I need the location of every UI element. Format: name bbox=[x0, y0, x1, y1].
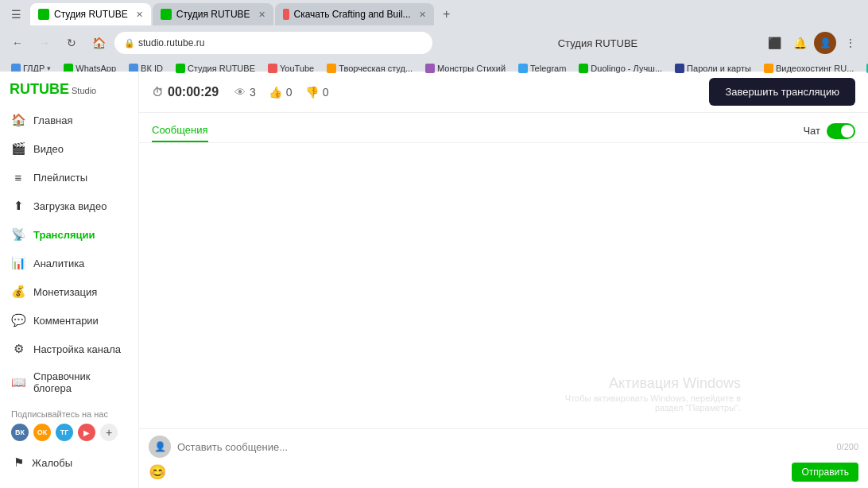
social-yt-btn[interactable]: ▶ bbox=[78, 424, 95, 441]
nav-analytics[interactable]: 📊 Аналитика bbox=[0, 249, 138, 277]
stream-timer: ⏱ 00:00:29 bbox=[152, 85, 219, 99]
streams-icon: 📡 bbox=[11, 227, 25, 242]
tab-label-1: Студия RUTUBE bbox=[54, 9, 128, 20]
toggle-knob bbox=[841, 125, 854, 137]
nav-settings[interactable]: ⚙ Настройка канала bbox=[0, 335, 138, 363]
chat-toggle-area: Чат bbox=[803, 123, 855, 139]
chat-messages bbox=[139, 143, 868, 428]
monetization-icon: 💰 bbox=[11, 285, 25, 299]
viewers-stat: 👁 3 bbox=[234, 86, 256, 99]
social-plus-btn[interactable]: + bbox=[100, 424, 118, 441]
chat-toggle[interactable] bbox=[827, 123, 855, 139]
nav-playlists-label: Плейлисты bbox=[33, 172, 87, 184]
blog-icon: 📖 bbox=[11, 375, 25, 389]
profile-icon[interactable]: 👤 bbox=[814, 32, 836, 54]
tab-3[interactable]: Скачать Crafting and Buil... ✕ bbox=[275, 3, 434, 25]
tab-1[interactable]: Студия RUTUBE ✕ bbox=[30, 3, 151, 25]
back-btn[interactable]: ← bbox=[6, 32, 29, 54]
nav-blog[interactable]: 📖 Справочник блогера bbox=[0, 363, 138, 401]
tab-close-3[interactable]: ✕ bbox=[419, 10, 426, 20]
chat-area: Сообщения Чат Активация Windows Чтобы ак… bbox=[139, 113, 868, 488]
nav-home[interactable]: 🏠 Главная bbox=[0, 106, 138, 134]
chat-input-area: 👤 0/200 😊 Отправить bbox=[139, 428, 868, 488]
social-ok-btn[interactable]: ОК bbox=[33, 424, 51, 441]
chat-toggle-label: Чат bbox=[803, 125, 820, 137]
nav-video[interactable]: 🎬 Видео bbox=[0, 134, 138, 163]
more-btn[interactable]: ⋮ bbox=[839, 32, 862, 54]
complaints-icon: ⚑ bbox=[11, 455, 25, 470]
home-nav-btn[interactable]: 🏠 bbox=[87, 32, 110, 54]
chat-tab-messages[interactable]: Сообщения bbox=[152, 119, 208, 142]
tab-close-2[interactable]: ✕ bbox=[258, 10, 265, 20]
nav-comments[interactable]: 💬 Комментарии bbox=[0, 306, 138, 335]
upload-icon: ⬆ bbox=[11, 199, 25, 213]
likes-count: 0 bbox=[286, 86, 293, 99]
timer-value: 00:00:29 bbox=[168, 85, 219, 99]
settings-icon: ⚙ bbox=[11, 342, 25, 356]
send-btn[interactable]: Отправить bbox=[792, 463, 858, 482]
like-icon: 👍 bbox=[269, 86, 282, 99]
analytics-icon: 📊 bbox=[11, 256, 25, 270]
tab-2[interactable]: Студия RUTUBE ✕ bbox=[153, 3, 273, 25]
sidebar: RUTUBEStudio 🏠 Главная 🎬 Видео ≡ Плейлис… bbox=[0, 72, 139, 488]
comments-icon: 💬 bbox=[11, 313, 25, 327]
address-text: studio.rutube.ru bbox=[138, 37, 204, 48]
chat-tabs: Сообщения Чат bbox=[139, 113, 868, 143]
eye-icon: 👁 bbox=[234, 86, 246, 99]
social-vk-btn[interactable]: ВК bbox=[11, 424, 29, 441]
sidebar-social: Подписывайтесь на нас ВК ОК ТГ ▶ + bbox=[0, 401, 138, 449]
char-count: 0/200 bbox=[836, 442, 858, 451]
sidebar-nav: 🏠 Главная 🎬 Видео ≡ Плейлисты ⬆ Загрузка… bbox=[0, 106, 138, 401]
nav-monetization-label: Монетизация bbox=[33, 286, 97, 298]
nav-streams-label: Трансляции bbox=[33, 229, 95, 241]
new-tab-btn[interactable]: + bbox=[436, 3, 458, 25]
timer-icon: ⏱ bbox=[152, 86, 163, 99]
sidebar-scroll-down-icon[interactable]: ⌄ bbox=[115, 479, 127, 488]
address-bar[interactable]: 🔒 studio.rutube.ru bbox=[114, 32, 432, 54]
window-menu-btn[interactable]: ☰ bbox=[6, 5, 25, 24]
forward-btn[interactable]: → bbox=[33, 32, 56, 54]
home-icon: 🏠 bbox=[11, 113, 25, 127]
main-layout: RUTUBEStudio 🏠 Главная 🎬 Видео ≡ Плейлис… bbox=[0, 72, 868, 488]
address-bar-row: ← → ↻ 🏠 🔒 studio.rutube.ru Студия RUTUBE… bbox=[0, 29, 868, 57]
tab-label-2: Студия RUTUBE bbox=[176, 9, 250, 20]
tab-favicon-3 bbox=[283, 9, 289, 20]
chat-input[interactable] bbox=[177, 438, 830, 456]
logo-rutube: RUTUBE bbox=[10, 81, 69, 97]
logo-studio: Studio bbox=[72, 86, 96, 95]
extension-icon-2[interactable]: 🔔 bbox=[789, 32, 811, 54]
nav-upload-label: Загрузка видео bbox=[33, 200, 107, 212]
dislike-icon: 👎 bbox=[305, 86, 319, 99]
nav-video-label: Видео bbox=[33, 143, 64, 155]
nav-upload[interactable]: ⬆ Загрузка видео bbox=[0, 192, 138, 220]
playlists-icon: ≡ bbox=[11, 170, 25, 184]
tab-close-1[interactable]: ✕ bbox=[136, 10, 143, 20]
nav-home-label: Главная bbox=[33, 114, 72, 126]
chat-input-row: 👤 0/200 bbox=[149, 436, 858, 458]
page-title-browser: Студия RUTUBE bbox=[437, 37, 758, 49]
dislikes-count: 0 bbox=[323, 86, 329, 99]
nav-complaints-label: Жалобы bbox=[32, 457, 72, 469]
end-stream-btn[interactable]: Завершить трансляцию bbox=[709, 78, 855, 106]
nav-streams[interactable]: 📡 Трансляции bbox=[0, 220, 138, 249]
nav-analytics-label: Аналитика bbox=[33, 258, 84, 269]
stream-header: ⏱ 00:00:29 👁 3 👍 0 👎 0 Завершить трансля… bbox=[139, 72, 868, 113]
tab-label-3: Скачать Crafting and Buil... bbox=[294, 9, 411, 20]
stream-stats: 👁 3 👍 0 👎 0 bbox=[234, 86, 328, 99]
toolbar-icons: ⬛ 🔔 👤 ⋮ bbox=[763, 32, 862, 54]
dislikes-stat: 👎 0 bbox=[305, 86, 329, 99]
refresh-btn[interactable]: ↻ bbox=[60, 32, 83, 54]
emoji-btn[interactable]: 😊 bbox=[149, 463, 166, 481]
social-tg-btn[interactable]: ТГ bbox=[56, 424, 73, 441]
nav-playlists[interactable]: ≡ Плейлисты bbox=[0, 163, 138, 192]
nav-complaints[interactable]: ⚑ Жалобы bbox=[0, 449, 138, 476]
viewers-count: 3 bbox=[250, 86, 256, 99]
extension-icon-1[interactable]: ⬛ bbox=[763, 32, 785, 54]
video-icon: 🎬 bbox=[11, 141, 25, 156]
tab-favicon-2 bbox=[161, 9, 172, 20]
browser-chrome: ☰ Студия RUTUBE ✕ Студия RUTUBE ✕ Скачат… bbox=[0, 0, 868, 72]
tab-bar: ☰ Студия RUTUBE ✕ Студия RUTUBE ✕ Скачат… bbox=[0, 0, 868, 29]
nav-monetization[interactable]: 💰 Монетизация bbox=[0, 277, 138, 306]
social-icons: ВК ОК ТГ ▶ + bbox=[11, 424, 127, 441]
logo-area: RUTUBEStudio bbox=[0, 72, 138, 106]
